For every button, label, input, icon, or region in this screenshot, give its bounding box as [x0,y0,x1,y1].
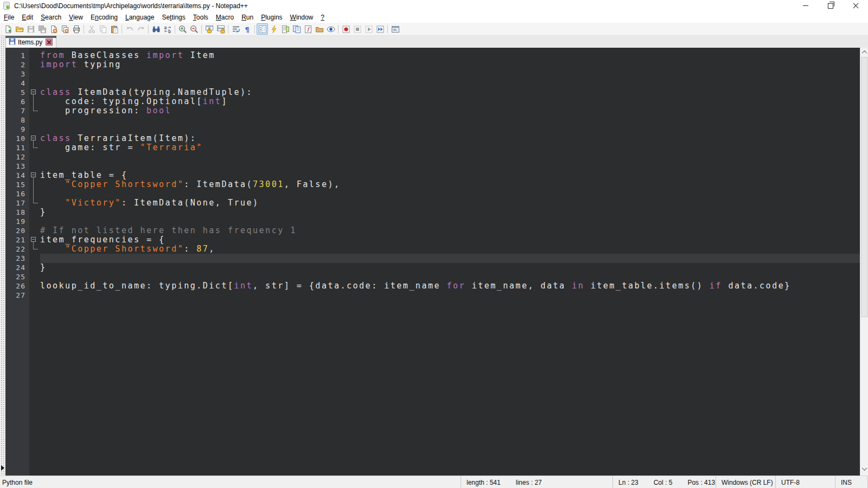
fold-margin-cell[interactable] [29,235,40,245]
document-list-icon[interactable] [291,23,302,35]
show-all-characters-icon[interactable]: ¶ [241,23,253,35]
function-list-icon[interactable]: f [302,23,314,35]
code-line-12[interactable]: 12 [5,152,860,162]
restore-icon [828,3,833,9]
line-number: 3 [5,69,29,79]
splitter-arrow-icon[interactable] [1,465,4,471]
stop-macro-icon[interactable] [352,23,363,35]
fold-margin-cell[interactable] [29,88,40,97]
zoom-in-icon[interactable] [177,23,188,35]
menu-item-settings[interactable]: Settings [158,12,189,22]
menu-item-file[interactable]: File [0,12,18,22]
code-line-4[interactable]: 4 [5,79,860,88]
show-indent-guide-icon[interactable] [257,23,268,35]
redo-icon[interactable] [135,23,146,35]
code-line-3[interactable]: 3 [5,69,860,79]
close-all-icon[interactable] [59,23,71,35]
menu-item-window[interactable]: Window [286,12,317,22]
folder-as-workspace-icon[interactable] [314,23,325,35]
code-line-13[interactable]: 13 [5,162,860,171]
copy-icon[interactable] [97,23,108,35]
scroll-up-button[interactable] [860,48,868,56]
scroll-down-button[interactable] [860,464,868,473]
code-line-8[interactable]: 8 [5,115,860,125]
code-line-6[interactable]: 6 code: typing.Optional[int] [5,97,860,106]
editor[interactable]: 1from BaseClasses import Item2import typ… [5,48,860,476]
code-line-11[interactable]: 11 game: str = "Terraria" [5,143,860,152]
fold-collapse-icon[interactable] [31,172,36,177]
scrollbar-thumb[interactable] [861,57,868,317]
line-number: 27 [5,291,29,300]
code-line-5[interactable]: 5class ItemData(typing.NamedTuple): [5,88,860,97]
code-line-24[interactable]: 24} [5,263,860,272]
open-file-icon[interactable] [14,23,25,35]
run-command-icon[interactable] [268,23,279,35]
cut-icon[interactable] [86,23,97,35]
close-button[interactable] [843,0,868,11]
restore-button[interactable] [818,0,843,11]
find-icon[interactable] [150,23,162,35]
code-line-15[interactable]: 15 "Copper Shortsword": ItemData(73001, … [5,180,860,189]
close-file-icon[interactable] [48,23,59,35]
menu-item-encoding[interactable]: Encoding [87,12,122,22]
code-line-23[interactable]: 23 [5,254,860,263]
save-file-icon[interactable] [25,23,36,35]
code-line-16[interactable]: 16 [5,189,860,198]
menu-item-plugins[interactable]: Plugins [257,12,286,22]
sync-vertical-scroll-icon[interactable] [203,23,215,35]
menu-item-view[interactable]: View [65,12,87,22]
paste-icon[interactable] [108,23,120,35]
record-macro-icon[interactable] [340,23,352,35]
code-text [40,115,860,125]
menu-item-edit[interactable]: Edit [18,12,37,22]
save-all-icon[interactable] [36,23,48,35]
tab-items-py[interactable]: Items.py [5,36,56,48]
save-macro-icon[interactable] [390,23,401,35]
code-line-21[interactable]: 21item_frequencies = { [5,235,860,245]
code-line-18[interactable]: 18} [5,208,860,217]
menu-item-run[interactable]: Run [238,12,257,22]
code-line-10[interactable]: 10class TerrariaItem(Item): [5,134,860,143]
code-line-2[interactable]: 2import typing [5,60,860,69]
zoom-out-icon[interactable] [188,23,200,35]
run-macro-multiple-icon[interactable] [374,23,386,35]
svg-text:a: a [164,25,167,30]
menu-item-macro[interactable]: Macro [212,12,238,22]
minimize-button[interactable] [793,0,818,11]
new-file-icon[interactable] [2,23,14,35]
fold-margin-cell[interactable] [29,134,40,143]
menu-item-search[interactable]: Search [37,12,65,22]
fold-margin-cell[interactable] [29,171,40,180]
menu-item-tools[interactable]: Tools [189,12,212,22]
code-line-1[interactable]: 1from BaseClasses import Item [5,51,860,60]
code-line-22[interactable]: 22 "Copper Shortsword": 87, [5,245,860,254]
code-line-27[interactable]: 27 [5,291,860,300]
play-macro-icon[interactable] [363,23,374,35]
code-line-7[interactable]: 7 progression: bool [5,106,860,115]
print-icon[interactable] [71,23,82,35]
code-line-9[interactable]: 9 [5,125,860,134]
code-line-25[interactable]: 25 [5,272,860,281]
fold-collapse-icon[interactable] [31,136,36,140]
code-line-20[interactable]: 20# If not listed here then has frequenc… [5,226,860,235]
code-line-19[interactable]: 19 [5,217,860,226]
undo-icon[interactable] [124,23,135,35]
fold-collapse-icon[interactable] [31,89,36,94]
fold-end-icon [33,143,34,148]
monitoring-icon[interactable] [325,23,336,35]
menu-item-language[interactable]: Language [122,12,158,22]
replace-icon[interactable]: ab [162,23,173,35]
word-wrap-icon[interactable] [230,23,241,35]
line-number: 25 [5,272,29,281]
vertical-scrollbar[interactable] [860,48,868,476]
code-text: } [40,263,860,272]
code-line-26[interactable]: 26lookup_id_to_name: typing.Dict[int, st… [5,281,860,291]
sync-horizontal-scroll-icon[interactable] [215,23,226,35]
code-line-17[interactable]: 17 "Victory": ItemData(None, True) [5,198,860,208]
fold-collapse-icon[interactable] [31,237,36,242]
document-map-icon[interactable] [279,23,291,35]
code-line-14[interactable]: 14item_table = { [5,171,860,180]
menu-item-help[interactable]: ? [317,12,328,22]
dock-splitter[interactable] [0,36,5,476]
tab-close-icon[interactable] [46,38,53,46]
